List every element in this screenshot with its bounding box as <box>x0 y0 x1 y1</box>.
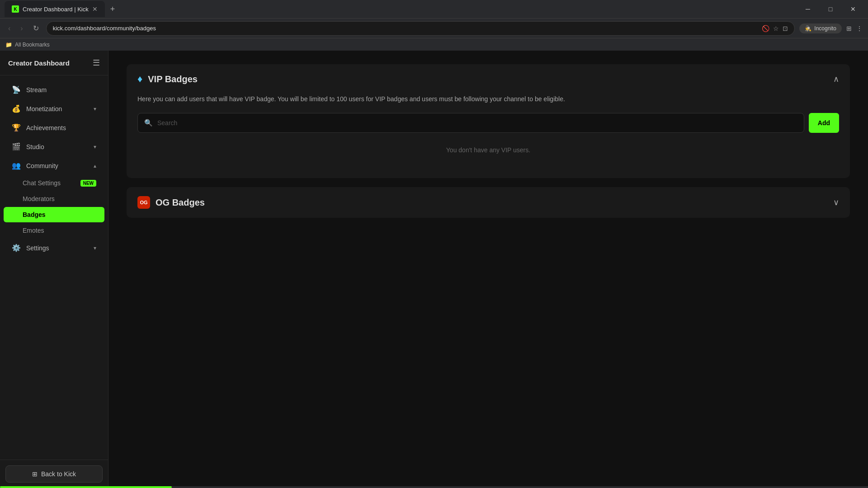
sidebar-item-label: Monetization <box>26 105 88 113</box>
new-badge: NEW <box>80 180 96 187</box>
vip-badges-body: Here you can add users that will have VI… <box>127 94 850 178</box>
incognito-label: Incognito <box>814 25 836 32</box>
sidebar-header: Creator Dashboard ☰ <box>0 51 108 75</box>
back-to-kick-label: Back to Kick <box>41 470 76 478</box>
tab-close-button[interactable]: ✕ <box>92 5 98 13</box>
reload-nav-button[interactable]: ↻ <box>30 21 42 35</box>
sidebar-menu-icon[interactable]: ☰ <box>93 58 100 68</box>
split-view-icon[interactable]: ⊡ <box>783 25 788 32</box>
kick-icon: ⊞ <box>32 470 38 478</box>
main-content: ♦ VIP Badges ∧ Here you can add users th… <box>108 51 868 488</box>
sidebar-item-emotes[interactable]: Emotes <box>4 223 104 238</box>
sidebar-item-chat-settings[interactable]: Chat Settings NEW <box>4 175 104 191</box>
sidebar-item-community[interactable]: 👥 Community ▴ <box>4 156 104 175</box>
vip-badges-title-text: VIP Badges <box>148 74 198 84</box>
sidebar-footer: ⊞ Back to Kick <box>0 460 108 488</box>
chevron-up-icon: ▴ <box>94 163 96 169</box>
browser-tab[interactable]: K Creator Dashboard | Kick ✕ <box>5 1 105 17</box>
bookmarks-folder-icon: 📁 <box>5 42 12 48</box>
og-badges-title: OG OG Badges <box>137 196 205 209</box>
app-layout: Creator Dashboard ☰ 📡 Stream 💰 Monetizat… <box>0 51 868 488</box>
chevron-down-icon: ▾ <box>94 144 96 150</box>
sidebar-sub-item-label: Chat Settings <box>23 179 61 187</box>
search-icon: 🔍 <box>144 119 153 127</box>
incognito-icon: 🕵 <box>805 25 811 32</box>
vip-badges-section: ♦ VIP Badges ∧ Here you can add users th… <box>127 64 850 178</box>
sidebar-title: Creator Dashboard <box>8 59 70 67</box>
browser-titlebar: K Creator Dashboard | Kick ✕ + ─ □ ✕ <box>0 0 868 18</box>
camera-off-icon: 🚫 <box>762 25 769 32</box>
sidebar-item-moderators[interactable]: Moderators <box>4 191 104 206</box>
bookmarks-bar: 📁 All Bookmarks <box>0 38 868 51</box>
og-badges-title-text: OG Badges <box>156 197 205 208</box>
address-bar[interactable]: kick.com/dashboard/community/badges 🚫 ☆ … <box>46 21 795 36</box>
browser-bottom <box>0 486 868 488</box>
sidebar-item-label: Studio <box>26 143 88 150</box>
incognito-button[interactable]: 🕵 Incognito <box>799 23 842 33</box>
extensions-icon[interactable]: ⊞ <box>846 25 852 32</box>
sidebar-item-studio[interactable]: 🎬 Studio ▾ <box>4 137 104 156</box>
og-badge-icon: OG <box>137 196 150 209</box>
bookmarks-label: All Bookmarks <box>15 42 50 48</box>
chevron-down-icon: ▾ <box>94 106 96 112</box>
stream-icon: 📡 <box>12 85 21 94</box>
diamond-icon: ♦ <box>137 73 142 85</box>
browser-chrome: K Creator Dashboard | Kick ✕ + ─ □ ✕ ‹ ›… <box>0 0 868 51</box>
sidebar-item-label: Achievements <box>26 124 96 131</box>
back-nav-button[interactable]: ‹ <box>5 22 13 35</box>
og-badges-header[interactable]: OG OG Badges ∨ <box>127 187 850 218</box>
window-controls: ─ □ ✕ <box>797 2 863 16</box>
community-icon: 👥 <box>12 161 21 170</box>
toolbar-right: ⊞ ⋮ <box>846 25 863 32</box>
vip-badges-header[interactable]: ♦ VIP Badges ∧ <box>127 64 850 94</box>
bookmark-icon[interactable]: ☆ <box>773 25 779 32</box>
sidebar-item-monetization[interactable]: 💰 Monetization ▾ <box>4 99 104 118</box>
progress-bar <box>0 486 172 488</box>
more-options-icon[interactable]: ⋮ <box>856 25 863 32</box>
sidebar-item-stream[interactable]: 📡 Stream <box>4 80 104 99</box>
sidebar-nav: 📡 Stream 💰 Monetization ▾ 🏆 Achievements… <box>0 75 108 460</box>
sidebar-sub-item-label: Moderators <box>23 195 55 202</box>
vip-badges-title: ♦ VIP Badges <box>137 73 198 85</box>
new-tab-button[interactable]: + <box>108 3 117 16</box>
tab-title: Creator Dashboard | Kick <box>23 6 89 13</box>
sidebar-item-label: Community <box>26 162 88 169</box>
search-box[interactable]: 🔍 <box>137 113 804 133</box>
chevron-down-icon[interactable]: ∨ <box>833 197 839 207</box>
minimize-button[interactable]: ─ <box>797 2 818 16</box>
forward-nav-button[interactable]: › <box>18 22 25 35</box>
og-badges-section: OG OG Badges ∨ <box>127 187 850 218</box>
back-to-kick-button[interactable]: ⊞ Back to Kick <box>5 465 103 483</box>
sidebar: Creator Dashboard ☰ 📡 Stream 💰 Monetizat… <box>0 51 108 488</box>
address-text: kick.com/dashboard/community/badges <box>53 25 156 32</box>
vip-badges-description: Here you can add users that will have VI… <box>137 94 839 104</box>
search-add-row: 🔍 Add <box>137 113 839 133</box>
sidebar-item-label: Settings <box>26 244 88 252</box>
search-input[interactable] <box>157 119 797 127</box>
sidebar-sub-item-label: Emotes <box>23 227 44 234</box>
sidebar-item-badges[interactable]: Badges <box>4 207 104 222</box>
chevron-down-icon: ▾ <box>94 245 96 251</box>
browser-toolbar: ‹ › ↻ kick.com/dashboard/community/badge… <box>0 18 868 38</box>
tab-favicon: K <box>12 5 19 13</box>
sidebar-sub-item-label: Badges <box>23 211 46 218</box>
studio-icon: 🎬 <box>12 142 21 151</box>
monetization-icon: 💰 <box>12 104 21 113</box>
chevron-up-icon[interactable]: ∧ <box>833 74 839 84</box>
settings-icon: ⚙️ <box>12 244 21 252</box>
sidebar-item-settings[interactable]: ⚙️ Settings ▾ <box>4 239 104 257</box>
vip-empty-message: You don't have any VIP users. <box>137 133 839 167</box>
sidebar-item-achievements[interactable]: 🏆 Achievements <box>4 118 104 137</box>
maximize-button[interactable]: □ <box>820 2 841 16</box>
sidebar-item-label: Stream <box>26 86 96 94</box>
add-vip-button[interactable]: Add <box>809 113 839 133</box>
achievements-icon: 🏆 <box>12 123 21 132</box>
address-icons: 🚫 ☆ ⊡ <box>762 25 788 32</box>
close-window-button[interactable]: ✕ <box>843 2 863 16</box>
